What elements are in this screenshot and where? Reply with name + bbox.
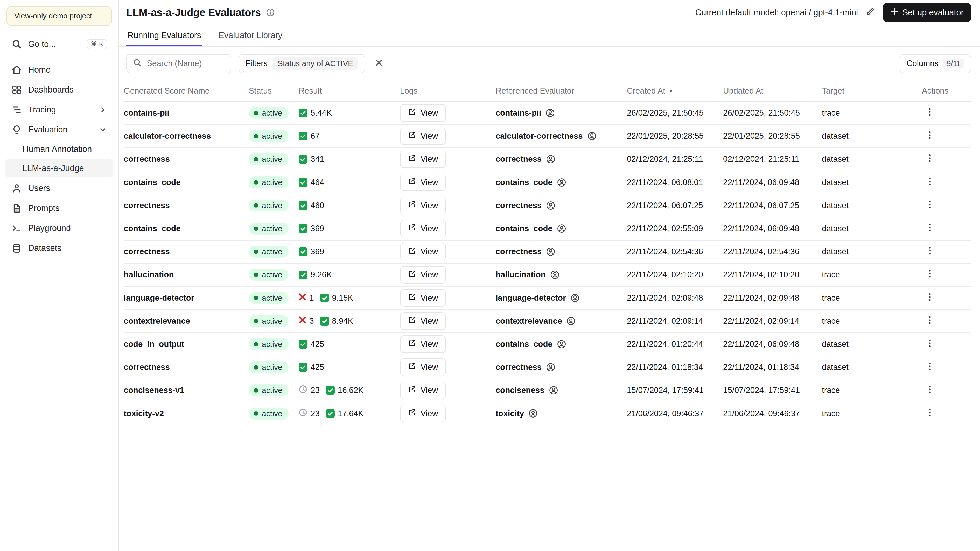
- sidebar-item-llm-as-a-judge[interactable]: LLM-as-a-Judge: [5, 159, 113, 178]
- edit-model-button[interactable]: [864, 5, 877, 20]
- created-at: 22/11/2024, 01:18:34: [627, 363, 723, 372]
- tab-evaluator-library[interactable]: Evaluator Library: [217, 25, 284, 46]
- tab-running-evaluators[interactable]: Running Evaluators: [126, 25, 202, 46]
- referenced-evaluator-cell: correctness: [496, 201, 627, 210]
- home-icon: [11, 65, 22, 75]
- view-logs-label: View: [420, 132, 438, 141]
- setup-evaluator-button[interactable]: Set up evaluator: [883, 3, 972, 22]
- updated-at: 22/11/2024, 06:09:48: [723, 224, 822, 233]
- view-logs-button[interactable]: View: [400, 405, 446, 422]
- view-logs-button[interactable]: View: [400, 220, 446, 237]
- error-count: 1: [309, 294, 314, 303]
- status-dot-icon: [254, 388, 258, 393]
- row-actions-button[interactable]: [922, 220, 938, 237]
- updated-at: 22/11/2024, 02:54:36: [723, 247, 822, 256]
- row-actions-button[interactable]: [922, 244, 938, 260]
- updated-at: 22/11/2024, 06:09:48: [723, 340, 822, 349]
- dashboards-icon: [11, 84, 22, 95]
- result-success: 341: [299, 154, 324, 164]
- result-success: 460: [299, 201, 324, 210]
- sidebar-item-human-annotation[interactable]: Human Annotation: [5, 140, 113, 159]
- view-logs-button[interactable]: View: [400, 312, 446, 330]
- row-actions-button[interactable]: [922, 267, 938, 283]
- view-logs-button[interactable]: View: [400, 197, 446, 214]
- sidebar-item-dashboards[interactable]: Dashboards: [5, 80, 113, 100]
- row-actions-button[interactable]: [922, 128, 938, 144]
- referenced-evaluator-cell: contains_code: [496, 224, 627, 233]
- view-logs-button[interactable]: View: [400, 174, 446, 191]
- result-success: 9.26K: [299, 270, 332, 279]
- default-model-label: Current default model: openai / gpt-4.1-…: [695, 8, 858, 17]
- row-actions-button[interactable]: [922, 382, 938, 399]
- view-logs-button[interactable]: View: [400, 266, 446, 284]
- plus-icon: [891, 8, 899, 17]
- referenced-evaluator-name: toxicity: [496, 409, 524, 418]
- external-link-icon: [408, 362, 416, 372]
- view-logs-label: View: [420, 316, 438, 326]
- setup-evaluator-label: Set up evaluator: [902, 8, 964, 17]
- view-logs-button[interactable]: View: [400, 382, 446, 399]
- view-logs-button[interactable]: View: [400, 127, 446, 145]
- target: dataset: [822, 178, 922, 187]
- column-header-status: Status: [249, 86, 299, 95]
- view-logs-button[interactable]: View: [400, 104, 446, 122]
- row-actions-button[interactable]: [922, 174, 938, 191]
- result-pending: 23: [299, 408, 320, 419]
- row-actions-button[interactable]: [922, 313, 938, 329]
- filters-button[interactable]: Filters Status any of ACTIVE: [239, 54, 365, 73]
- result-cell: 460: [299, 201, 400, 210]
- columns-count-badge: 9/11: [943, 59, 964, 69]
- view-logs-button[interactable]: View: [400, 359, 446, 376]
- search-input[interactable]: [147, 59, 224, 68]
- sidebar-item-datasets[interactable]: Datasets: [5, 238, 113, 258]
- column-header-target: Target: [822, 86, 922, 95]
- columns-button[interactable]: Columns 9/11: [900, 54, 972, 73]
- referenced-evaluator-cell: contains_code: [496, 340, 627, 349]
- demo-project-link[interactable]: demo project: [49, 12, 92, 20]
- status-badge: active: [249, 246, 288, 257]
- success-count: 425: [310, 363, 324, 372]
- external-link-icon: [408, 224, 416, 233]
- referenced-evaluator-name: contains-pii: [496, 108, 541, 118]
- generated-score-name: code_in_output: [124, 340, 249, 349]
- target: dataset: [822, 224, 922, 233]
- row-actions-button[interactable]: [922, 405, 938, 422]
- success-count: 67: [310, 132, 320, 141]
- sidebar-item-evaluation[interactable]: Evaluation: [5, 120, 113, 140]
- updated-at: 22/01/2025, 20:28:55: [723, 132, 822, 141]
- sidebar-item-playground[interactable]: Playground: [5, 219, 113, 238]
- row-actions-button[interactable]: [922, 359, 938, 375]
- sidebar-item-tracing[interactable]: Tracing: [5, 100, 113, 119]
- target: trace: [822, 108, 922, 118]
- kebab-icon: [926, 269, 934, 280]
- success-count: 425: [310, 340, 324, 349]
- target: trace: [822, 294, 922, 303]
- sidebar-item-users[interactable]: Users: [5, 179, 113, 198]
- row-actions-button[interactable]: [922, 197, 938, 214]
- clear-filters-button[interactable]: [372, 56, 385, 71]
- result-success: 17.64K: [326, 409, 363, 418]
- sidebar-item-label: Users: [28, 184, 107, 193]
- success-check-icon: [326, 386, 335, 395]
- user-circle-icon: [557, 178, 566, 187]
- column-header-created-at[interactable]: Created At▼: [627, 86, 723, 95]
- goto-search[interactable]: Go to... ⌘ K: [5, 35, 113, 54]
- view-logs-button[interactable]: View: [400, 335, 446, 353]
- row-actions-button[interactable]: [922, 105, 938, 121]
- sidebar-item-home[interactable]: Home: [5, 60, 113, 79]
- view-logs-button[interactable]: View: [400, 151, 446, 168]
- status-label: active: [262, 178, 282, 187]
- user-circle-icon: [566, 316, 576, 326]
- row-actions-button[interactable]: [922, 336, 938, 352]
- created-at: 22/11/2024, 01:20:44: [627, 340, 723, 349]
- view-logs-button[interactable]: View: [400, 243, 446, 260]
- view-logs-button[interactable]: View: [400, 289, 446, 306]
- filters-label: Filters: [245, 59, 267, 68]
- info-icon[interactable]: [266, 8, 275, 17]
- referenced-evaluator-name: correctness: [496, 201, 542, 210]
- row-actions-button[interactable]: [922, 290, 938, 306]
- sidebar-item-prompts[interactable]: Prompts: [5, 198, 113, 218]
- row-actions-button[interactable]: [922, 151, 938, 167]
- table-row: conciseness-v1 active 23 16.62K: [124, 379, 971, 402]
- chevron-right-icon: [99, 106, 107, 114]
